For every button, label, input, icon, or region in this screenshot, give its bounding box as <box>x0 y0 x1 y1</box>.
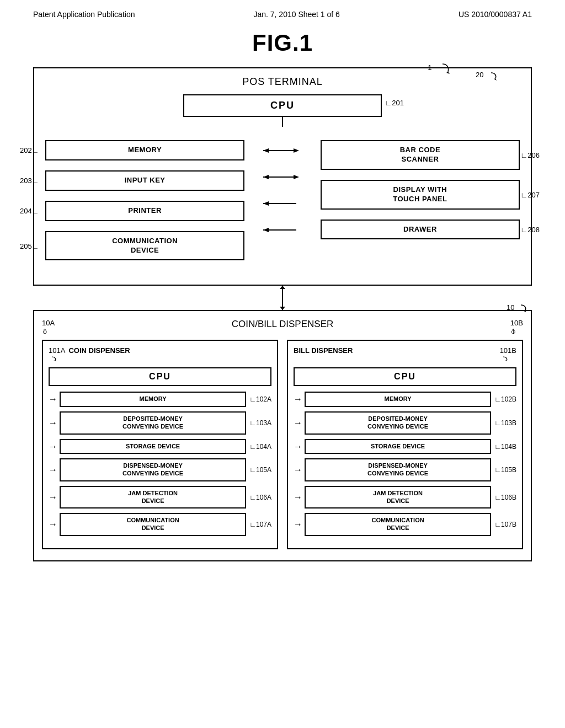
coin-dispensed-ref: ∟105A <box>249 466 271 474</box>
svg-marker-15 <box>280 286 285 289</box>
bill-dispenser-col: BILL DISPENSER 101B CPU → MEMORY ∟102B →… <box>287 340 523 549</box>
coin-memory-row: → MEMORY ∟102A <box>49 392 271 407</box>
coin-deposited-ref: ∟103A <box>249 419 271 427</box>
coin-dispensed-box: DISPENSED-MONEYCONVEYING DEVICE <box>60 458 246 481</box>
bill-dispensed-arrow: → <box>294 465 302 475</box>
pos-right-column: BAR CODESCANNER ∟206 DISPLAY WITHTOUCH P… <box>321 140 520 244</box>
pos-barcode-row: BAR CODESCANNER ∟206 <box>321 140 520 170</box>
bill-comm-ref: ∟107B <box>494 521 516 528</box>
coin-dispenser-ref-note: 101A <box>49 346 65 363</box>
bill-comm-arrow: → <box>294 520 302 529</box>
svg-marker-11 <box>263 201 269 206</box>
dispenser-columns: 101A COIN DISPENSER CPU → MEMORY ∟102A →… <box>42 340 523 549</box>
bill-comm-row: → COMMUNICATIONDEVICE ∟107B <box>294 513 516 536</box>
pos-components-area: 202∟ MEMORY 203∟ INPUT KEY 204∟ <box>45 140 520 265</box>
bill-deposited-box: DEPOSITED-MONEYCONVEYING DEVICE <box>305 411 491 435</box>
diagram-area: 1 20 POS TERMINAL CPU ∟201 <box>0 67 565 561</box>
bill-deposited-row: → DEPOSITED-MONEYCONVEYING DEVICE ∟103B <box>294 411 516 435</box>
pos-drawer-box: DRAWER <box>321 220 520 240</box>
cpu-down-line <box>282 117 283 127</box>
bill-jam-box: JAM DETECTIONDEVICE <box>305 486 491 509</box>
svg-marker-13 <box>263 228 269 232</box>
figure-title: FIG.1 <box>0 30 565 56</box>
arrow-printer-drawer <box>263 193 302 214</box>
coin-memory-arrow: → <box>49 394 57 404</box>
coin-comm-row: → COMMUNICATIONDEVICE ∟107A <box>49 513 271 536</box>
ref-204: 204∟ <box>20 207 39 215</box>
ref-203: 203∟ <box>20 176 39 185</box>
header-middle: Jan. 7, 2010 Sheet 1 of 6 <box>253 10 339 19</box>
ref-202: 202∟ <box>20 146 39 154</box>
coin-comm-box: COMMUNICATIONDEVICE <box>60 513 246 536</box>
pos-memory-row: 202∟ MEMORY <box>45 140 244 160</box>
coin-jam-arrow: → <box>49 493 57 502</box>
bill-storage-row: → STORAGE DEVICE ∟104B <box>294 439 516 454</box>
coin-dispensed-row: → DISPENSED-MONEYCONVEYING DEVICE ∟105A <box>49 458 271 481</box>
pos-drawer-row: DRAWER ∟208 <box>321 220 520 240</box>
bill-memory-ref: ∟102B <box>494 395 516 403</box>
pos-cpu-box: CPU <box>183 94 382 117</box>
coin-storage-row: → STORAGE DEVICE ∟104A <box>49 439 271 454</box>
coin-storage-arrow: → <box>49 442 57 452</box>
coin-deposited-box: DEPOSITED-MONEYCONVEYING DEVICE <box>60 411 246 435</box>
ref-201: ∟201 <box>385 99 404 107</box>
ref-10a-label: 10A⦽ <box>42 319 55 335</box>
bill-cpu-box: CPU <box>294 367 516 386</box>
pos-barcode-box: BAR CODESCANNER <box>321 140 520 170</box>
bill-comm-box: COMMUNICATIONDEVICE <box>305 513 491 536</box>
coin-storage-ref: ∟104A <box>249 443 271 451</box>
bill-dispenser-header: BILL DISPENSER 101B <box>294 346 516 363</box>
coin-dispenser-col: 101A COIN DISPENSER CPU → MEMORY ∟102A →… <box>42 340 278 549</box>
pos-inputkey-box: INPUT KEY <box>45 170 244 191</box>
coin-deposited-row: → DEPOSITED-MONEYCONVEYING DEVICE ∟103A <box>49 411 271 435</box>
svg-marker-8 <box>294 175 299 179</box>
svg-marker-5 <box>294 148 299 153</box>
coin-dispenser-header: 101A COIN DISPENSER <box>49 346 271 363</box>
bill-deposited-arrow: → <box>294 418 302 428</box>
arrow-input-display <box>263 167 302 188</box>
pos-arrows-area <box>249 140 316 240</box>
ref-208: ∟208 <box>521 226 540 234</box>
coin-deposited-arrow: → <box>49 418 57 428</box>
pos-display-row: DISPLAY WITHTOUCH PANEL ∟207 <box>321 180 520 210</box>
bill-dispenser-ref: 101B <box>500 346 516 363</box>
bill-memory-row: → MEMORY ∟102B <box>294 392 516 407</box>
bill-dispensed-ref: ∟105B <box>494 466 516 474</box>
coin-memory-box: MEMORY <box>60 392 246 407</box>
pos-terminal-box: POS TERMINAL CPU ∟201 202∟ <box>33 67 532 286</box>
pos-dispenser-connector <box>33 286 532 310</box>
ref-205: 205∟ <box>20 242 39 250</box>
pos-commdevice-box: COMMUNICATIONDEVICE <box>45 231 244 261</box>
svg-marker-17 <box>524 311 526 312</box>
bill-jam-row: → JAM DETECTIONDEVICE ∟106B <box>294 486 516 509</box>
ref-206: ∟206 <box>521 151 540 159</box>
dispenser-title: COIN/BILL DISPENSER <box>60 319 505 330</box>
coin-comm-ref: ∟107A <box>249 521 271 528</box>
coin-comm-arrow: → <box>49 520 57 529</box>
arrow-mem-bar <box>263 140 302 161</box>
bill-jam-ref: ∟106B <box>494 494 516 501</box>
pos-printer-box: PRINTER <box>45 201 244 221</box>
arrow-comm <box>263 220 302 240</box>
bill-dispensed-row: → DISPENSED-MONEYCONVEYING DEVICE ∟105B <box>294 458 516 481</box>
coin-jam-ref: ∟106A <box>249 494 271 501</box>
coin-jam-box: JAM DETECTIONDEVICE <box>60 486 246 509</box>
svg-marker-6 <box>263 148 269 153</box>
svg-marker-19 <box>505 360 508 361</box>
coin-dispenser-title: COIN DISPENSER <box>68 346 130 355</box>
svg-marker-9 <box>263 175 269 179</box>
ref-10b-label: 10B⦽ <box>510 319 523 335</box>
pos-printer-row: 204∟ PRINTER <box>45 201 244 221</box>
pos-memory-box: MEMORY <box>45 140 244 160</box>
coin-jam-row: → JAM DETECTIONDEVICE ∟106A <box>49 486 271 509</box>
bill-deposited-ref: ∟103B <box>494 419 516 427</box>
bill-storage-ref: ∟104B <box>494 443 516 451</box>
bill-jam-arrow: → <box>294 493 302 502</box>
header-right: US 2010/0000837 A1 <box>459 10 532 19</box>
coin-cpu-box: CPU <box>49 367 271 386</box>
bill-memory-box: MEMORY <box>305 392 491 407</box>
coin-memory-ref: ∟102A <box>249 395 271 403</box>
bill-dispenser-title: BILL DISPENSER <box>294 346 353 355</box>
svg-marker-18 <box>54 360 56 361</box>
coin-storage-box: STORAGE DEVICE <box>60 439 246 454</box>
